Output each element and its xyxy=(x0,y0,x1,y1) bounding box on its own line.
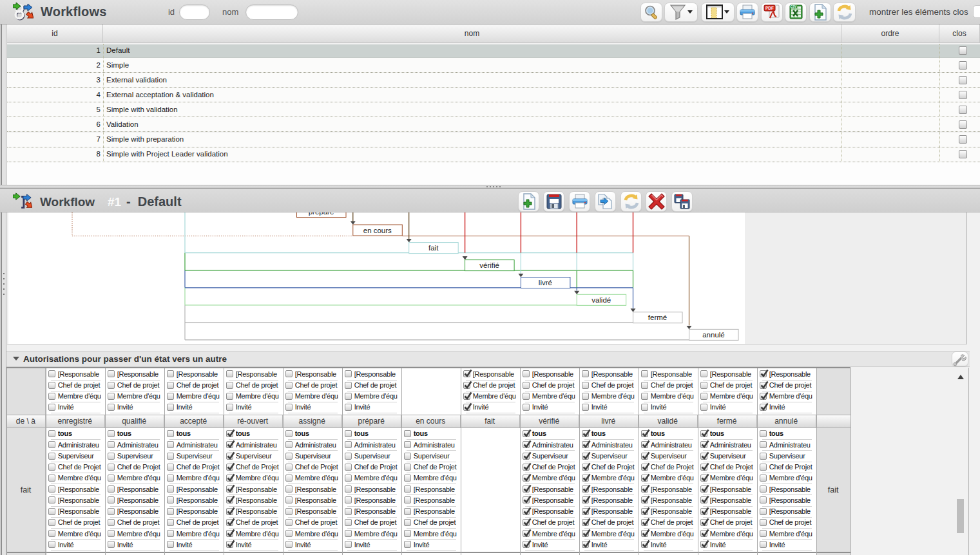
svg-text:en cours: en cours xyxy=(363,227,392,234)
svg-text:CSV: CSV xyxy=(791,5,797,8)
svg-text:PDF: PDF xyxy=(765,6,774,10)
svg-text:annulé: annulé xyxy=(702,331,725,339)
svg-text:vérifié: vérifié xyxy=(479,261,499,269)
svg-text:validé: validé xyxy=(591,296,611,304)
svg-text:fait: fait xyxy=(428,244,439,252)
svg-text:préparé: préparé xyxy=(309,212,334,216)
svg-text:fermé: fermé xyxy=(648,314,667,321)
svg-text:livré: livré xyxy=(539,279,552,287)
